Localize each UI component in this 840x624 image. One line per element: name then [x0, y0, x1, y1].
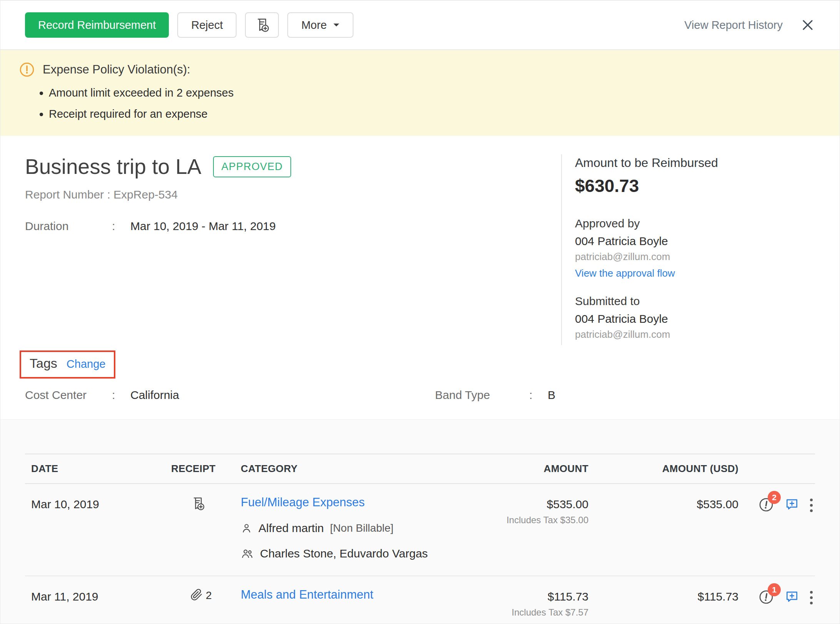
expense-tax-note: Includes Tax $7.57 — [481, 607, 588, 618]
expense-amount-usd: $115.73 — [588, 588, 738, 618]
view-approval-flow-link[interactable]: View the approval flow — [575, 267, 675, 279]
expense-category-cell: Fuel/Mileage Expenses Alfred martin [Non… — [235, 496, 481, 560]
row-actions: 2 — [738, 496, 815, 560]
expense-receipt-cell[interactable]: 2 — [171, 588, 235, 618]
tags-change-link[interactable]: Change — [67, 358, 106, 370]
cost-center-row: Cost Center : California — [25, 389, 435, 402]
toolbar: Record Reimbursement Reject More View Re… — [0, 1, 840, 50]
expense-table-area: DATE RECEIPT CATEGORY AMOUNT AMOUNT (USD… — [0, 419, 840, 624]
receipt-count: 2 — [206, 589, 212, 602]
banner-title: Expense Policy Violation(s): — [43, 63, 190, 77]
banner-head: Expense Policy Violation(s): — [19, 62, 821, 78]
attendee-row: Alfred martin [Non Billable] — [241, 522, 481, 535]
toolbar-right: View Report History — [684, 18, 815, 32]
tags-highlight-box: Tags Change — [20, 350, 115, 379]
reimbursement-panel: Amount to be Reimbursed $630.73 Approved… — [561, 154, 815, 345]
submitted-to-label: Submitted to — [575, 295, 815, 308]
duration-colon: : — [112, 220, 130, 233]
view-report-history-link[interactable]: View Report History — [684, 19, 783, 32]
column-header-amount-usd: AMOUNT (USD) — [588, 463, 738, 475]
expense-table-header: DATE RECEIPT CATEGORY AMOUNT AMOUNT (USD… — [25, 454, 815, 484]
row-menu-icon[interactable] — [810, 497, 813, 512]
more-button[interactable]: More — [287, 12, 353, 38]
attendee-billable-tag: [Non Billable] — [330, 522, 393, 534]
row-menu-icon[interactable] — [810, 589, 813, 604]
column-header-category: CATEGORY — [235, 463, 481, 475]
receipt-add-icon[interactable] — [190, 496, 205, 511]
violation-count-badge: 2 — [768, 491, 781, 504]
violation-item: Amount limit exceeded in 2 expenses — [49, 85, 821, 101]
column-header-date: DATE — [25, 463, 171, 475]
expense-receipt-cell — [171, 496, 235, 560]
report-summary: Business trip to LA APPROVED Report Numb… — [0, 136, 840, 345]
row-actions: 1 — [738, 588, 815, 618]
duration-label: Duration — [25, 220, 112, 233]
violation-warning-icon[interactable]: 1 — [758, 589, 774, 605]
policy-violation-banner: Expense Policy Violation(s): Amount limi… — [0, 50, 840, 136]
submitted-to-name: 004 Patricia Boyle — [575, 312, 815, 325]
tags-section: Tags Change Cost Center : California Ban… — [0, 345, 840, 419]
column-header-receipt: RECEIPT — [171, 463, 235, 475]
table-row: Mar 10, 2019 Fuel/Mileage Expenses — [25, 484, 815, 576]
expense-category-link[interactable]: Fuel/Mileage Expenses — [241, 496, 365, 509]
expense-amount-cell: $115.73 Includes Tax $7.57 — [481, 588, 588, 618]
band-type-row: Band Type : B — [435, 389, 555, 402]
cost-center-label: Cost Center — [25, 389, 112, 402]
report-number-value: ExpRep-534 — [113, 188, 178, 201]
title-row: Business trip to LA APPROVED — [25, 154, 561, 179]
duration-value: Mar 10, 2019 - Mar 11, 2019 — [130, 220, 276, 233]
more-button-label: More — [301, 19, 327, 32]
approved-by-label: Approved by — [575, 217, 815, 230]
report-summary-left: Business trip to LA APPROVED Report Numb… — [25, 154, 561, 345]
expense-amount-cell: $535.00 Includes Tax $35.00 — [481, 496, 588, 560]
close-icon[interactable] — [800, 18, 815, 32]
report-number-label: Report Number : — [25, 188, 110, 201]
expense-tax-note: Includes Tax $35.00 — [481, 515, 588, 526]
expense-amount-usd: $535.00 — [588, 496, 738, 560]
status-badge: APPROVED — [213, 156, 292, 177]
approved-by-email: patriciab@zillum.com — [575, 251, 815, 263]
expense-report-page: Record Reimbursement Reject More View Re… — [0, 0, 840, 624]
person-icon — [241, 522, 252, 534]
submitted-to-email: patriciab@zillum.com — [575, 329, 815, 340]
expense-amount: $115.73 — [481, 590, 588, 603]
band-type-value: B — [548, 389, 555, 402]
cost-center-colon: : — [112, 389, 130, 402]
violation-item: Receipt required for an expense — [49, 106, 821, 122]
expense-category-link[interactable]: Meals and Entertainment — [241, 588, 373, 601]
table-row: Mar 11, 2019 2 Meals and Entertainment $… — [25, 576, 815, 624]
attendee-group-row: Charles Stone, Eduvardo Vargas — [241, 547, 481, 560]
add-note-icon[interactable] — [785, 589, 799, 604]
expense-date: Mar 10, 2019 — [25, 496, 171, 560]
cost-center-value: California — [130, 389, 179, 402]
band-type-label: Band Type — [435, 389, 529, 402]
attendee-group-names: Charles Stone, Eduvardo Vargas — [260, 547, 428, 560]
reimbursement-amount: $630.73 — [575, 175, 815, 196]
report-number: Report Number : ExpRep-534 — [25, 188, 561, 201]
receipt-add-icon — [254, 17, 270, 33]
record-reimbursement-button[interactable]: Record Reimbursement — [25, 12, 169, 38]
band-type-colon: : — [529, 389, 548, 402]
tags-label: Tags — [30, 356, 57, 371]
expense-amount: $535.00 — [481, 498, 588, 511]
violation-warning-icon[interactable]: 2 — [758, 497, 774, 512]
violation-count-badge: 1 — [768, 583, 781, 596]
reject-button[interactable]: Reject — [177, 12, 237, 38]
column-header-amount: AMOUNT — [481, 463, 588, 475]
reimbursement-amount-label: Amount to be Reimbursed — [575, 156, 815, 170]
add-receipt-button[interactable] — [245, 12, 279, 38]
people-icon — [241, 547, 254, 560]
violation-list: Amount limit exceeded in 2 expenses Rece… — [33, 85, 821, 122]
duration-row: Duration : Mar 10, 2019 - Mar 11, 2019 — [25, 220, 561, 233]
page-title: Business trip to LA — [25, 154, 202, 179]
expense-date: Mar 11, 2019 — [25, 588, 171, 618]
tag-values-row: Cost Center : California Band Type : B — [25, 389, 815, 402]
warning-icon — [19, 62, 35, 78]
paperclip-icon — [190, 589, 203, 601]
approved-by-name: 004 Patricia Boyle — [575, 235, 815, 248]
attendee-name: Alfred martin — [258, 522, 324, 535]
add-note-icon[interactable] — [785, 497, 799, 512]
chevron-down-icon — [333, 23, 340, 27]
expense-category-cell: Meals and Entertainment — [235, 588, 481, 618]
